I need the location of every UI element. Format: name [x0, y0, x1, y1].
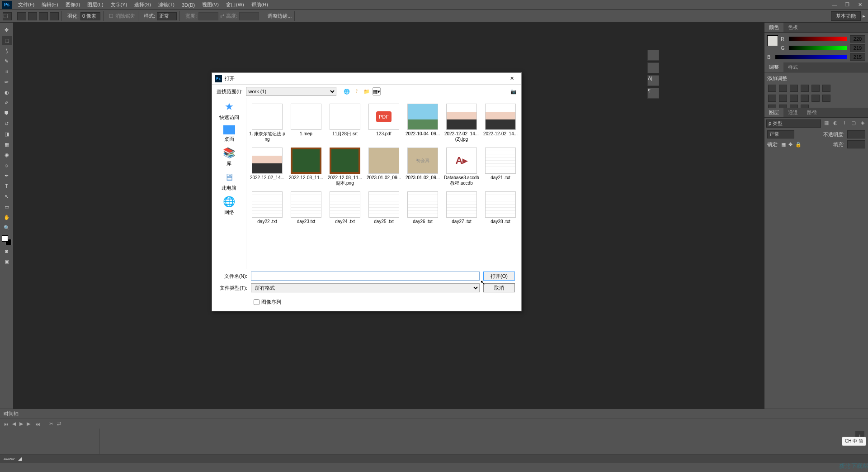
adj-icon[interactable]	[790, 95, 798, 102]
file-item[interactable]: day25 .txt	[365, 190, 403, 226]
back-icon[interactable]: 🌐	[343, 87, 351, 95]
file-item[interactable]: day26 .txt	[404, 190, 442, 226]
sidebar-this-pc[interactable]: 🖥此电脑	[222, 172, 236, 191]
hand-tool[interactable]: ✋	[2, 213, 12, 222]
r-value[interactable]	[850, 35, 865, 43]
b-value[interactable]	[850, 53, 865, 61]
file-item[interactable]: day21 .txt	[481, 146, 519, 188]
color-swatches[interactable]	[2, 235, 12, 245]
filename-input[interactable]	[251, 272, 480, 281]
filter-pixel-icon[interactable]: ▦	[823, 120, 830, 127]
fg-color-swatch[interactable]	[2, 235, 8, 242]
path-select-tool[interactable]: ↖	[2, 192, 12, 201]
fill-input[interactable]	[847, 140, 865, 148]
lock-position-icon[interactable]: ✥	[788, 142, 793, 148]
tab-paths[interactable]: 路径	[802, 108, 821, 117]
move-tool[interactable]: ✥	[2, 25, 12, 34]
file-item[interactable]: A▸Database3.accdb 教程.accdb	[443, 146, 481, 188]
file-item[interactable]: 初会真2023-01-02_09...	[404, 146, 442, 188]
file-grid[interactable]: 1. 康奈尔笔记法.png1.mep11月28日.srt123.pdf2022-…	[246, 98, 521, 269]
adj-icon[interactable]	[801, 95, 809, 102]
adj-icon[interactable]	[779, 95, 787, 102]
file-item[interactable]: day28 .txt	[481, 190, 519, 226]
file-item[interactable]: 2022-12-02_14...	[481, 102, 519, 144]
screenmode-tool[interactable]: ▣	[2, 257, 12, 266]
file-item[interactable]: 2023-01-02_09...	[365, 146, 403, 188]
eraser-tool[interactable]: ◨	[2, 129, 12, 138]
tl-play-icon[interactable]: ▶	[19, 421, 23, 427]
tool-preset-icon[interactable]: ⬚	[3, 12, 12, 20]
file-item[interactable]: 123.pdf	[365, 102, 403, 144]
file-item[interactable]: 2022-12-08_11...	[287, 146, 325, 188]
close-button[interactable]: ✕	[854, 2, 866, 8]
add-selection-icon[interactable]	[28, 12, 37, 20]
file-item[interactable]: 1.mep	[287, 102, 325, 144]
eyedropper-tool[interactable]: ✑	[2, 77, 12, 86]
tl-transition-icon[interactable]: ⇄	[57, 421, 61, 427]
menu-edit[interactable]: 编辑(E)	[38, 1, 62, 8]
tab-styles[interactable]: 样式	[783, 62, 802, 72]
dialog-titlebar[interactable]: Ps 打开 ✕	[212, 73, 521, 85]
subtract-selection-icon[interactable]	[39, 12, 48, 20]
refine-edge-button[interactable]: 调整边缘...	[268, 13, 292, 19]
adj-icon[interactable]	[822, 85, 830, 92]
layer-kind-select[interactable]: ρ 类型	[766, 119, 821, 128]
blur-tool[interactable]: ◉	[2, 150, 12, 159]
file-item[interactable]: day27 .txt	[443, 190, 481, 226]
file-item[interactable]: day23.txt	[287, 190, 325, 226]
menu-view[interactable]: 视图(V)	[198, 1, 222, 8]
quickmask-tool[interactable]: ◙	[2, 247, 12, 256]
menu-help[interactable]: 帮助(H)	[248, 1, 272, 8]
sidebar-quick-access[interactable]: ★快速访问	[219, 101, 239, 121]
new-folder-icon[interactable]: 📁	[363, 87, 371, 95]
tl-first-icon[interactable]: ⏮	[4, 421, 9, 427]
filter-adjust-icon[interactable]: ◐	[832, 120, 839, 127]
tl-last-icon[interactable]: ⏭	[35, 421, 40, 427]
adj-icon[interactable]	[811, 95, 820, 102]
menu-select[interactable]: 选择(S)	[131, 1, 155, 8]
dodge-tool[interactable]: ☼	[2, 161, 12, 170]
workspace-switcher[interactable]: 基本功能	[831, 11, 861, 21]
feather-input[interactable]	[80, 12, 100, 20]
zoom-tool[interactable]: 🔍	[2, 223, 12, 232]
file-item[interactable]: day22 .txt	[248, 190, 286, 226]
sidebar-libraries[interactable]: 📚库	[222, 147, 236, 167]
timeline-tracks-right[interactable]: +	[99, 429, 868, 454]
file-item[interactable]: 2022-12-08_11...副本.png	[326, 146, 364, 188]
opacity-input[interactable]	[847, 130, 865, 138]
history-panel-icon[interactable]	[647, 50, 659, 61]
camera-icon[interactable]: 📷	[510, 89, 517, 95]
r-slider[interactable]	[789, 37, 847, 41]
lock-pixels-icon[interactable]: ▦	[781, 142, 786, 148]
b-slider[interactable]	[775, 55, 847, 59]
menu-image[interactable]: 图像(I)	[62, 1, 84, 8]
style-select[interactable]: 正常	[157, 12, 177, 20]
open-button[interactable]: 打开(O)	[483, 272, 515, 281]
minimize-button[interactable]: —	[828, 2, 841, 8]
marquee-tool[interactable]: ⬚	[2, 36, 12, 45]
filetype-select[interactable]: 所有格式	[251, 283, 480, 292]
sidebar-desktop[interactable]: 桌面	[223, 125, 235, 143]
ime-indicator[interactable]: CH 中 简	[842, 437, 866, 446]
filter-type-icon[interactable]: T	[841, 120, 848, 127]
adj-icon[interactable]	[822, 95, 830, 102]
file-item[interactable]: day24 .txt	[326, 190, 364, 226]
stamp-tool[interactable]: ⛊	[2, 109, 12, 118]
menu-type[interactable]: 文字(Y)	[107, 1, 131, 8]
adj-icon[interactable]	[811, 85, 820, 92]
shape-tool[interactable]: ▭	[2, 202, 12, 211]
dialog-close-button[interactable]: ✕	[505, 76, 519, 81]
maximize-button[interactable]: ❐	[841, 2, 854, 8]
menu-window[interactable]: 窗口(W)	[222, 1, 248, 8]
menu-layer[interactable]: 图层(L)	[84, 1, 107, 8]
new-selection-icon[interactable]	[17, 12, 26, 20]
file-item[interactable]: 11月28日.srt	[326, 102, 364, 144]
adj-icon[interactable]	[768, 95, 776, 102]
cancel-button[interactable]: 取消	[483, 283, 515, 292]
up-icon[interactable]: ⤴	[353, 87, 361, 95]
lock-all-icon[interactable]: 🔒	[795, 142, 802, 148]
type-tool[interactable]: T	[2, 181, 12, 191]
g-slider[interactable]	[789, 46, 847, 50]
tl-next-icon[interactable]: ▶|	[27, 421, 32, 427]
tab-layers[interactable]: 图层	[764, 108, 783, 117]
